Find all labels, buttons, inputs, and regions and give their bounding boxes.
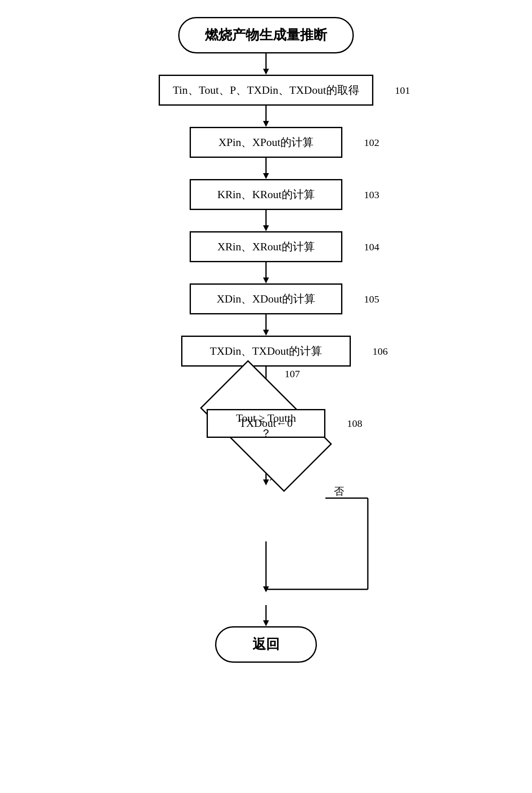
node-108: TXDout←0 108 — [207, 409, 325, 438]
node-106: TXDin、TXDout的计算 106 — [181, 336, 351, 367]
svg-marker-7 — [263, 225, 269, 231]
node-105-label: 105 — [364, 293, 379, 305]
no-label: 否 — [334, 486, 344, 497]
node-102: XPin、XPout的计算 102 — [190, 127, 342, 158]
node-103-row: KRin、KRout的计算 103 — [118, 179, 414, 210]
start-node-row: 燃烧产物生成量推断 — [118, 17, 414, 53]
arrow-5 — [262, 262, 270, 283]
node-102-text: XPin、XPout的计算 — [218, 136, 314, 149]
node-104-label: 104 — [364, 241, 379, 252]
node-103-text: KRin、KRout的计算 — [217, 188, 315, 201]
arrow-4 — [262, 210, 270, 231]
node-101-label: 101 — [395, 84, 410, 96]
arrow-6 — [262, 314, 270, 336]
node-102-label: 102 — [364, 137, 379, 148]
node-108-text: TXDout←0 — [239, 417, 293, 429]
svg-marker-11 — [263, 330, 269, 336]
start-node: 燃烧产物生成量推断 — [178, 17, 354, 53]
node-106-text: TXDin、TXDout的计算 — [210, 345, 322, 357]
node-101-row: Tin、Tout、P、TXDin、TXDout的取得 101 — [118, 75, 414, 106]
node-104: XRin、XRout的计算 104 — [190, 231, 342, 262]
node-108-label: 108 — [347, 418, 362, 429]
node-101-text: Tin、Tout、P、TXDin、TXDout的取得 — [173, 84, 359, 96]
arrow-3 — [262, 158, 270, 179]
svg-marker-22 — [263, 620, 269, 626]
node-105-row: XDin、XDout的计算 105 — [118, 283, 414, 314]
node-103: KRin、KRout的计算 103 — [190, 179, 342, 210]
node-103-label: 103 — [364, 189, 379, 200]
arrow-2 — [262, 106, 270, 127]
svg-marker-5 — [263, 173, 269, 179]
node-104-row: XRin、XRout的计算 104 — [118, 231, 414, 262]
node-108-row: TXDout←0 108 — [207, 409, 325, 438]
end-node-row: 返回 — [118, 626, 414, 663]
node-102-row: XPin、XPout的计算 102 — [118, 127, 414, 158]
node-101: Tin、Tout、P、TXDin、TXDout的取得 101 — [159, 75, 373, 106]
node-104-text: XRin、XRout的计算 — [217, 241, 315, 253]
node-105-text: XDin、XDout的计算 — [217, 293, 316, 305]
end-node: 返回 — [215, 626, 317, 663]
arrow-1 — [262, 53, 270, 75]
decision-section: Tout ≥ Toutth ？ 是 否 — [118, 388, 414, 608]
svg-marker-3 — [263, 121, 269, 127]
flowchart: 燃烧产物生成量推断 Tin、Tout、P、TXDin、TXDout的取得 101… — [118, 17, 414, 663]
svg-marker-1 — [263, 69, 269, 75]
routing-svg: 是 否 — [118, 464, 414, 608]
svg-marker-15 — [263, 479, 269, 485]
node-106-label: 106 — [372, 345, 388, 357]
node-106-row: TXDin、TXDout的计算 106 — [118, 336, 414, 367]
node-107-label: 107 — [285, 368, 300, 380]
node-105: XDin、XDout的计算 105 — [190, 283, 342, 314]
svg-marker-9 — [263, 277, 269, 283]
